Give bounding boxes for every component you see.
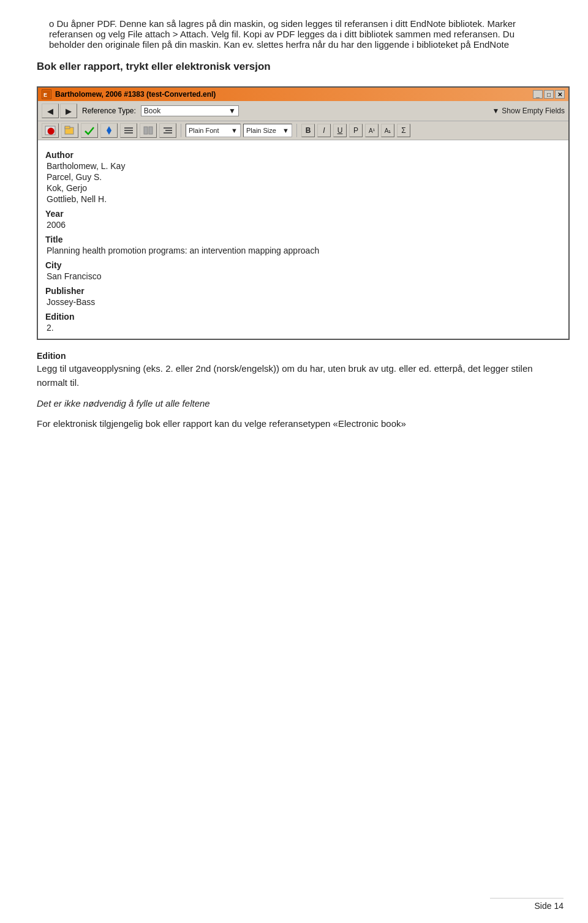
italic-note: Det er ikke nødvendig å fylle ut alle fe… — [37, 398, 551, 409]
reference-type-toolbar: ◀ ▶ Reference Type: Book ▼ ▼ Show Empty … — [38, 101, 568, 121]
close-button[interactable]: ✕ — [555, 90, 565, 99]
minimize-button[interactable]: _ — [533, 90, 543, 99]
forward-arrow-button[interactable]: ▶ — [60, 104, 77, 118]
endnote-window: E Bartholomew, 2006 #1383 (test-Converte… — [37, 86, 570, 340]
size-value: Plain Size — [246, 127, 276, 134]
font-dropdown[interactable]: Plain Font ▼ — [186, 124, 241, 137]
dropdown-arrow-icon: ▼ — [228, 107, 236, 115]
titlebar-title-area: E Bartholomew, 2006 #1383 (test-Converte… — [42, 89, 216, 99]
font-value: Plain Font — [189, 127, 219, 134]
show-empty-fields-button[interactable]: ▼ Show Empty Fields — [492, 107, 565, 115]
bold-icon: B — [306, 126, 311, 135]
field-label-city: City — [45, 260, 561, 270]
sigma-button[interactable]: Σ — [397, 124, 410, 137]
svg-rect-9 — [124, 132, 133, 134]
field-value-publisher-0[interactable]: Jossey-Bass — [45, 297, 561, 307]
field-label-edition: Edition — [45, 312, 561, 322]
superscript-icon: A¹ — [369, 127, 375, 134]
field-value-year-0[interactable]: 2006 — [45, 220, 561, 230]
svg-rect-12 — [164, 127, 172, 129]
subscript-icon: A₁ — [385, 127, 391, 134]
endnote-app-icon: E — [42, 89, 51, 99]
open-icon — [64, 126, 75, 135]
svg-text:E: E — [43, 92, 47, 98]
bold-button[interactable]: B — [301, 124, 315, 137]
toolbar-icon-3[interactable] — [81, 123, 98, 138]
toolbar-icon-7[interactable] — [159, 123, 176, 138]
list-icon — [123, 126, 134, 135]
toolbar-icon-6[interactable] — [140, 123, 157, 138]
svg-rect-8 — [124, 130, 133, 131]
window-controls[interactable]: _ □ ✕ — [533, 90, 565, 99]
intro-text: Du åpner PDF. Denne kan så lagres på din… — [49, 18, 516, 50]
reference-fields: AuthorBartholomew, L. KayParcel, Guy S.K… — [38, 140, 568, 339]
field-label-publisher: Publisher — [45, 286, 561, 296]
forward-arrow-icon: ▶ — [66, 107, 72, 116]
size-dropdown[interactable]: Plain Size ▼ — [243, 124, 292, 137]
reference-type-value: Book — [144, 107, 160, 115]
section-heading: Bok eller rapport, trykt eller elektroni… — [37, 61, 551, 73]
reference-type-dropdown[interactable]: Book ▼ — [141, 105, 239, 116]
indent-icon — [162, 126, 173, 135]
window-title: Bartholomew, 2006 #1383 (test-Converted.… — [55, 90, 216, 99]
electronic-book-note: For elektronisk tilgjengelig bok eller r… — [37, 417, 551, 431]
field-label-year: Year — [45, 209, 561, 219]
field-value-author-0[interactable]: Bartholomew, L. Kay — [45, 161, 561, 171]
page-number: Side 14 — [535, 901, 564, 911]
show-empty-fields-label: Show Empty Fields — [502, 107, 565, 115]
toolbar-icon-4[interactable] — [100, 123, 118, 138]
field-value-author-3[interactable]: Gottlieb, Nell H. — [45, 194, 561, 204]
toolbar-icon-1[interactable]: ⬤ — [42, 123, 59, 138]
italic-button[interactable]: I — [317, 124, 331, 137]
superscript-button[interactable]: A¹ — [365, 124, 379, 137]
layout-icon — [143, 126, 154, 135]
italic-icon: I — [323, 126, 325, 135]
show-empty-arrow-icon: ▼ — [492, 107, 499, 115]
page-footer: Side 14 — [490, 898, 564, 911]
back-arrow-button[interactable]: ◀ — [42, 104, 59, 118]
toolbar-icon-5[interactable] — [120, 123, 137, 138]
subscript-button[interactable]: A₁ — [381, 124, 394, 137]
field-value-author-1[interactable]: Parcel, Guy S. — [45, 172, 561, 182]
edition-label: Edition — [37, 351, 551, 361]
field-value-city-0[interactable]: San Francisco — [45, 271, 561, 281]
field-value-title-0[interactable]: Planning health promotion programs: an i… — [45, 246, 561, 255]
plain-button[interactable]: P — [349, 124, 363, 137]
svg-marker-6 — [107, 126, 111, 135]
intro-paragraph: Du åpner PDF. Denne kan så lagres på din… — [49, 18, 551, 50]
new-ref-icon: ⬤ — [45, 126, 56, 135]
edition-description: Legg til utgaveopplysning (eks. 2. eller… — [37, 362, 551, 390]
size-dropdown-arrow-icon: ▼ — [282, 127, 289, 134]
svg-rect-14 — [164, 132, 172, 134]
nav-back-btn[interactable]: ◀ ▶ — [42, 104, 77, 118]
bottom-section: Edition Legg til utgaveopplysning (eks. … — [37, 351, 551, 431]
pin-icon — [104, 126, 115, 135]
back-arrow-icon: ◀ — [47, 107, 53, 116]
field-label-title: Title — [45, 235, 561, 244]
sigma-icon: Σ — [401, 126, 405, 135]
underline-icon: U — [337, 126, 343, 135]
toolbar-separator-1 — [181, 124, 181, 137]
field-value-edition-0[interactable]: 2. — [45, 323, 561, 333]
svg-rect-11 — [149, 127, 153, 134]
font-dropdown-arrow-icon: ▼ — [231, 127, 238, 134]
svg-text:⬤: ⬤ — [47, 127, 55, 135]
endnote-titlebar: E Bartholomew, 2006 #1383 (test-Converte… — [38, 88, 568, 101]
intro-list: Du åpner PDF. Denne kan så lagres på din… — [37, 18, 551, 50]
field-value-author-2[interactable]: Kok, Gerjo — [45, 183, 561, 193]
checkmark-icon — [84, 126, 95, 135]
underline-button[interactable]: U — [333, 124, 347, 137]
svg-rect-13 — [165, 130, 172, 131]
field-label-author: Author — [45, 150, 561, 160]
reference-type-label: Reference Type: — [82, 107, 136, 115]
svg-rect-5 — [65, 126, 70, 129]
toolbar-icon-2[interactable] — [61, 123, 78, 138]
format-toolbar: ⬤ — [38, 121, 568, 140]
plain-icon: P — [353, 126, 358, 135]
svg-rect-7 — [124, 127, 133, 129]
svg-rect-10 — [144, 127, 148, 134]
maximize-button[interactable]: □ — [544, 90, 554, 99]
toolbar-separator-2 — [296, 124, 297, 137]
